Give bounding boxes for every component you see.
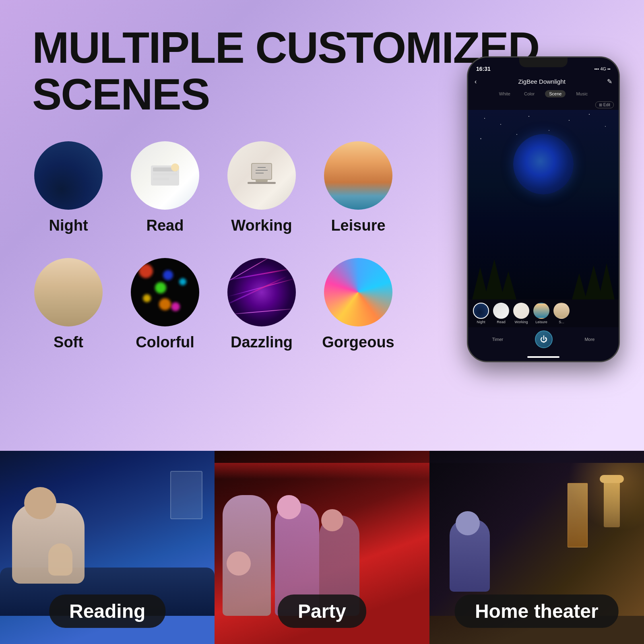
party-label-container: Party [278,594,366,628]
scene-item-night[interactable]: Night [32,141,105,254]
phone-read-label: Read [497,320,506,324]
svg-rect-3 [153,178,169,180]
phone-soft-label: S... [559,320,564,324]
phone-read-circle [493,303,509,319]
phone-header: ‹ ZigBee Downlight ✎ [468,75,619,88]
scene-item-soft[interactable]: Soft [32,258,105,371]
party-scene-art [215,463,429,616]
scene-label-working: Working [231,217,292,234]
scene-icon-working [227,141,296,210]
scene-item-colorful[interactable]: Colorful [129,258,201,371]
phone-night-bg [468,110,619,299]
phone-trees [468,251,619,299]
phone-scene-display [468,110,619,299]
phone-working-circle [513,303,529,319]
gorgeous-swirl [324,258,392,326]
theater-label-container: Home theater [455,594,619,628]
theater-label: Home theater [475,601,599,622]
scene-label-read: Read [147,217,184,234]
reading-label-container: Reading [49,594,165,628]
headline-line1: MULTIPLE CUSTOMIZED [32,23,539,72]
bottom-section: Reading Party [0,451,644,644]
read-svg [147,157,183,194]
phone-leisure-circle [533,303,549,319]
party-label: Party [298,601,346,622]
scene-item-gorgeous[interactable]: Gorgeous [322,258,394,371]
phone-mockup: 16:31 ▪▪▪ 4G ▪▪ ‹ ZigBee Downlight ✎ Whi… [467,56,620,362]
phone-edit-row: ⊞ Edit [468,100,619,110]
scene-label-night: Night [49,217,88,234]
phone-app-title: ZigBee Downlight [518,78,566,85]
svg-rect-5 [252,163,272,180]
headline-line2: SCENES [32,69,209,119]
dazzling-lines [227,258,296,326]
phone-scene-edit-btn[interactable]: ⊞ Edit [595,101,614,108]
phone-screen: 16:31 ▪▪▪ 4G ▪▪ ‹ ZigBee Downlight ✎ Whi… [468,58,619,361]
panel-theater: Home theater [429,451,644,644]
phone-tab-music[interactable]: Music [573,90,591,97]
phone-bottom-controls: Timer ⏻ More [468,327,619,355]
panel-reading: Reading [0,451,215,644]
svg-rect-2 [153,173,177,175]
phone-scene-icon-leisure[interactable]: Leisure [533,303,549,324]
phone-scene-icons-row: Night Read Working Leisure S... [468,299,619,327]
svg-rect-7 [248,182,276,184]
phone-power-button[interactable]: ⏻ [535,330,553,348]
scene-label-gorgeous: Gorgeous [322,334,394,351]
phone-tab-scene[interactable]: Scene [545,90,566,97]
svg-point-4 [171,163,179,171]
scene-item-working[interactable]: Working [225,141,298,254]
phone-back-button[interactable]: ‹ [475,78,477,85]
phone-tab-color[interactable]: Color [521,90,538,97]
phone-scene-icon-night[interactable]: Night [473,303,489,324]
scene-icon-soft [34,258,103,326]
phone-moon [513,134,574,194]
scene-item-leisure[interactable]: Leisure [322,141,394,254]
scene-icon-read [131,141,199,210]
working-svg [244,157,280,194]
phone-leisure-label: Leisure [535,320,547,324]
bokeh-container [131,258,199,326]
phone-timer-label[interactable]: Timer [492,337,504,342]
phone-tab-white[interactable]: White [496,90,514,97]
phone-notch [519,58,568,67]
scene-label-soft: Soft [54,334,83,351]
phone-night-circle [473,303,489,319]
scene-icon-leisure [324,141,392,210]
scene-label-leisure: Leisure [331,217,385,234]
phone-edit-button[interactable]: ✎ [607,78,612,85]
phone-tabs: White Color Scene Music [468,88,619,100]
theater-scene-art [429,463,644,616]
phone-time: 16:31 [476,66,491,72]
scene-icon-colorful [131,258,199,326]
phone-working-label: Working [515,320,528,324]
scene-icon-dazzling [227,258,296,326]
reading-scene-art [0,463,215,616]
scene-item-dazzling[interactable]: Dazzling [225,258,298,371]
phone-scene-icon-soft[interactable]: S... [553,303,570,324]
phone-night-label: Night [477,320,485,324]
svg-rect-6 [256,180,268,182]
scene-icon-night [34,141,103,210]
scene-label-dazzling: Dazzling [231,334,293,351]
phone-more-label[interactable]: More [584,337,594,342]
scene-item-read[interactable]: Read [129,141,201,254]
scene-icon-gorgeous [324,258,392,326]
scene-label-colorful: Colorful [136,334,194,351]
phone-scene-icon-read[interactable]: Read [493,303,509,324]
panel-party: Party [215,451,429,644]
phone-signal: ▪▪▪ 4G ▪▪ [594,66,611,71]
phone-frame: 16:31 ▪▪▪ 4G ▪▪ ‹ ZigBee Downlight ✎ Whi… [467,56,620,362]
phone-home-indicator [527,356,559,358]
reading-label: Reading [69,601,145,622]
phone-soft-circle [553,303,570,319]
phone-scene-icon-working[interactable]: Working [513,303,529,324]
